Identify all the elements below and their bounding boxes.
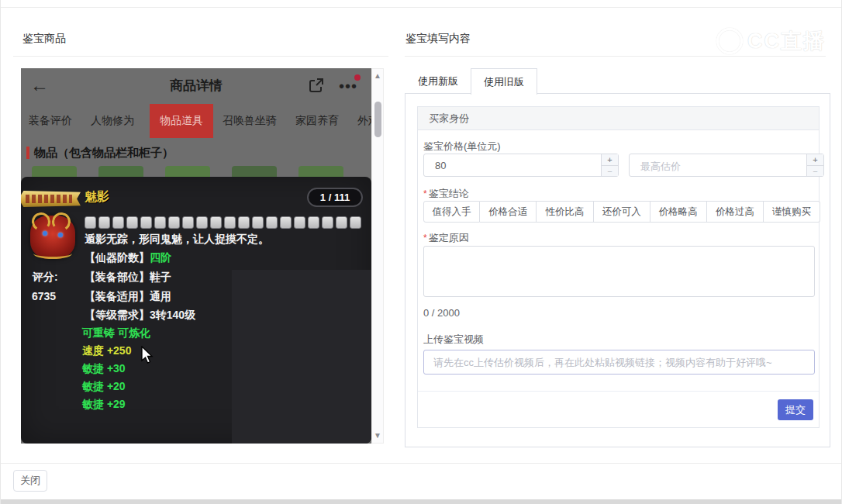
- char-counter: 0 / 2000: [423, 307, 460, 319]
- item-rank-ribbon: [21, 191, 81, 207]
- conclusion-buy-cautiously[interactable]: 谨慎购买: [764, 201, 820, 223]
- product-screenshot-panel: 商品详情 ← ••• 装备评价 人物修为 物品道具 召唤兽坐骑 家园养育 外观 …: [21, 68, 371, 444]
- item-tooltip-card: 魅影 1 / 111 遁影无踪，形同鬼魅，让人捉摸不定。 【仙器阶数】四阶 评分…: [21, 177, 371, 444]
- tab-content-box: 买家身份 鉴宝价格(单位元) 80 + − 最高估价 + − 鉴宝结论 值得入手: [405, 93, 830, 447]
- conclusion-slightly-high[interactable]: 价格略高: [650, 201, 707, 223]
- tab-new-version[interactable]: 使用新版: [405, 68, 471, 94]
- price-decrease-icon[interactable]: −: [602, 165, 618, 176]
- item-stat-agility-3: 敏捷 +29: [82, 398, 126, 412]
- item-attr-usable: 【装备适用】通用: [85, 290, 171, 304]
- scrollbar-up-icon[interactable]: ▲: [374, 72, 381, 80]
- price-increase-icon[interactable]: +: [602, 154, 618, 165]
- item-attr-level: 【等级需求】3转140级: [85, 309, 195, 323]
- conclusion-bargain-ok[interactable]: 还价可入: [594, 201, 650, 223]
- left-panel-title: 鉴宝商品: [22, 32, 66, 46]
- video-label: 上传鉴宝视频: [423, 333, 484, 347]
- phone-tab-equip-review[interactable]: 装备评价: [29, 114, 72, 128]
- item-counter-badge: 1 / 111: [307, 188, 363, 207]
- item-slot: [308, 216, 319, 229]
- item-slot: [224, 216, 236, 229]
- bottom-strip: [1, 499, 841, 504]
- form-divider: [418, 391, 819, 392]
- item-slot: [85, 216, 96, 229]
- scrollbar-down-icon[interactable]: ▼: [374, 432, 381, 440]
- phone-header: 商品详情 ← •••: [21, 68, 371, 103]
- back-arrow-icon[interactable]: ←: [30, 74, 52, 96]
- buyer-identity-header: 买家身份: [418, 107, 819, 130]
- watermark-text: CC直播: [747, 27, 826, 55]
- phone-scrollbar[interactable]: ▲ ▼: [371, 68, 384, 444]
- item-slot: [266, 216, 278, 229]
- item-slot: [252, 216, 264, 229]
- right-divider: [405, 56, 826, 57]
- item-slot: [238, 216, 250, 229]
- slot-bar: [85, 216, 364, 229]
- conclusion-button-group: 值得入手 价格合适 性价比高 还价可入 价格略高 价格过高 谨慎购买: [423, 201, 820, 223]
- appraisal-modal: 鉴宝商品 商品详情 ← ••• 装备评价 人物修为 物品道具 召唤兽坐骑 家园养…: [0, 0, 842, 504]
- phone-tab-home[interactable]: 家园养育: [295, 114, 339, 128]
- item-stat-speed: 速度 +250: [82, 344, 131, 358]
- item-slot: [196, 216, 208, 229]
- item-slot: [98, 216, 110, 229]
- item-slot: [350, 216, 361, 229]
- phone-tab-bar: 装备评价 人物修为 物品道具 召唤兽坐骑 家园养育 外观: [21, 103, 371, 138]
- tab-old-version[interactable]: 使用旧版: [471, 68, 537, 95]
- notification-dot: [354, 74, 361, 81]
- video-link-input[interactable]: [423, 350, 815, 375]
- phone-tab-summon-mount[interactable]: 召唤兽坐骑: [223, 114, 277, 128]
- item-slot: [112, 216, 124, 229]
- item-name: 魅影: [85, 189, 109, 205]
- card-shade: [232, 270, 371, 444]
- item-slot: [154, 216, 166, 229]
- item-slot: [182, 216, 194, 229]
- more-icon[interactable]: •••: [339, 78, 357, 95]
- price-input[interactable]: 80 + −: [423, 154, 619, 177]
- max-price-placeholder: 最高估价: [640, 160, 681, 174]
- conclusion-good-value[interactable]: 性价比高: [537, 201, 593, 223]
- share-icon[interactable]: [308, 77, 325, 97]
- cursor-icon: [141, 346, 155, 364]
- reason-label: 鉴定原因: [423, 231, 469, 245]
- watermark-logo: CC直播: [716, 27, 826, 55]
- score-value: 6735: [32, 290, 56, 302]
- max-price-decrease-icon[interactable]: −: [807, 165, 823, 176]
- max-price-input[interactable]: 最高估价 + −: [629, 154, 824, 177]
- price-label: 鉴宝价格(单位元): [423, 140, 501, 154]
- right-panel-title: 鉴宝填写内容: [405, 32, 471, 46]
- item-slot: [168, 216, 180, 229]
- item-attr-slot: 【装备部位】鞋子: [85, 271, 171, 285]
- phone-tab-appearance[interactable]: 外观: [357, 114, 371, 128]
- reason-textarea[interactable]: [423, 246, 815, 297]
- close-button[interactable]: 关闭: [13, 470, 47, 492]
- item-attr-rank: 【仙器阶数】四阶: [85, 251, 171, 265]
- item-description: 遁影无踪，形同鬼魅，让人捉摸不定。: [85, 233, 269, 247]
- item-stat-agility-2: 敏捷 +20: [82, 380, 126, 394]
- top-strip: [1, 0, 841, 8]
- phone-tab-items[interactable]: 物品道具: [150, 104, 213, 138]
- item-slot: [210, 216, 222, 229]
- item-icon: [27, 212, 78, 262]
- item-slot: [126, 216, 138, 229]
- phone-tab-character[interactable]: 人物修为: [91, 114, 134, 128]
- conclusion-label: 鉴宝结论: [423, 187, 469, 201]
- conclusion-fair-price[interactable]: 价格合适: [480, 201, 537, 223]
- price-value: 80: [435, 160, 446, 171]
- item-slot: [294, 216, 305, 229]
- version-tabs: 使用新版 使用旧版: [405, 68, 537, 94]
- item-slot: [280, 216, 292, 229]
- item-stat-agility-1: 敏捷 +30: [82, 362, 126, 376]
- footer-divider: [1, 463, 841, 464]
- submit-button[interactable]: 提交: [778, 399, 813, 420]
- scrollbar-thumb[interactable]: [374, 102, 381, 137]
- items-section-header: 物品（包含物品栏和柜子）: [21, 138, 371, 167]
- max-price-increase-icon[interactable]: +: [807, 154, 823, 165]
- item-slot: [336, 216, 347, 229]
- item-slot: [140, 216, 152, 229]
- appraisal-form: 买家身份 鉴宝价格(单位元) 80 + − 最高估价 + − 鉴宝结论 值得入手: [417, 106, 820, 428]
- score-label: 评分:: [33, 271, 58, 285]
- conclusion-worth-buying[interactable]: 值得入手: [423, 201, 480, 223]
- left-divider: [13, 56, 388, 57]
- item-flags: 可重铸 可炼化: [82, 326, 150, 340]
- item-slot: [322, 216, 333, 229]
- conclusion-too-high[interactable]: 价格过高: [707, 201, 764, 223]
